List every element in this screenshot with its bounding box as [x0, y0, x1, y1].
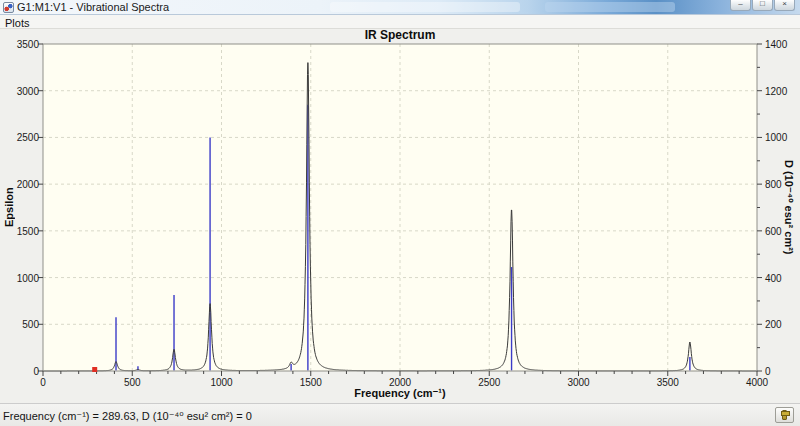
minimize-button[interactable]: –	[730, 0, 751, 11]
x-tick-label: 2000	[380, 377, 420, 388]
pin-icon	[782, 410, 787, 420]
close-button[interactable]: ×	[774, 0, 795, 11]
y-right-tick-label: 1200	[765, 86, 799, 97]
x-tick-label: 2500	[469, 377, 509, 388]
y-left-tick-label: 2000	[0, 179, 39, 190]
y-left-tick-label: 3000	[0, 86, 39, 97]
minimize-icon: –	[731, 0, 750, 8]
x-axis-label: Frequency (cm⁻¹)	[43, 387, 757, 400]
y-right-tick-label: 800	[765, 179, 799, 190]
titlebar-ghost-artifact	[330, 2, 520, 12]
window-controls: – □ ×	[730, 0, 795, 11]
status-text: Frequency (cm⁻¹) = 289.63, D (10⁻⁴⁰ esu²…	[3, 410, 252, 423]
cursor-marker	[92, 367, 97, 372]
x-tick-label: 500	[112, 377, 152, 388]
maximize-button[interactable]: □	[752, 0, 773, 11]
close-icon: ×	[775, 0, 794, 8]
x-tick-label: 3000	[559, 377, 599, 388]
x-tick-label: 1500	[291, 377, 331, 388]
y-right-tick-label: 0	[765, 366, 799, 377]
y-left-tick-label: 2500	[0, 132, 39, 143]
maximize-icon: □	[753, 0, 772, 8]
x-tick-label: 1000	[202, 377, 242, 388]
x-tick-label: 4000	[737, 377, 777, 388]
y-right-tick-label: 1400	[765, 39, 799, 50]
y-left-tick-label: 1500	[0, 226, 39, 237]
y-left-tick-label: 3500	[0, 39, 39, 50]
window-title: G1:M1:V1 - Vibrational Spectra	[17, 1, 169, 14]
x-tick-label: 3500	[648, 377, 688, 388]
ir-spectrum-plot[interactable]	[0, 29, 800, 403]
status-bar: Frequency (cm⁻¹) = 289.63, D (10⁻⁴⁰ esu²…	[0, 403, 800, 426]
titlebar[interactable]: G1:M1:V1 - Vibrational Spectra – □ ×	[0, 0, 800, 15]
app-window: G1:M1:V1 - Vibrational Spectra – □ × Plo…	[0, 0, 800, 426]
y-right-tick-label: 1000	[765, 132, 799, 143]
y-left-tick-label: 500	[0, 319, 39, 330]
app-icon	[3, 2, 14, 13]
menu-bar: Plots	[0, 15, 800, 29]
y-right-tick-label: 200	[765, 319, 799, 330]
chart-region: IR Spectrum Epsilon D (10⁻⁴⁰ esu² cm²) F…	[0, 29, 800, 403]
titlebar-ghost-artifact	[545, 2, 675, 12]
x-tick-label: 0	[23, 377, 63, 388]
y-left-tick-label: 1000	[0, 273, 39, 284]
y-right-tick-label: 400	[765, 273, 799, 284]
status-tool-button[interactable]	[775, 407, 794, 423]
y-left-tick-label: 0	[0, 366, 39, 377]
y-right-tick-label: 600	[765, 226, 799, 237]
